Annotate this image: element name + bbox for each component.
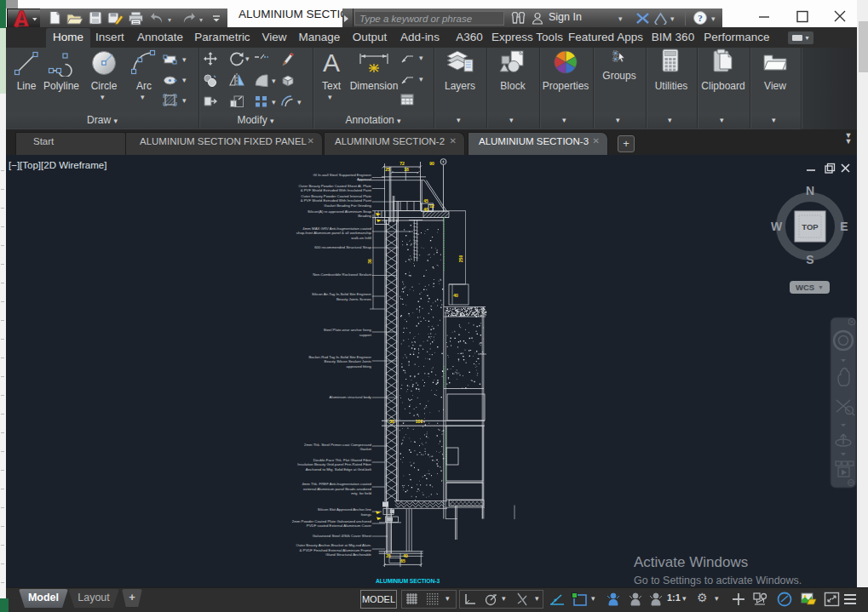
svg-text:Anchored to Mtg. Solid Edge at: Anchored to Mtg. Solid Edge at Grid-belt [306, 467, 372, 472]
svg-text:GI In-wall Steel Supported Eng: GI In-wall Steel Supported Engineer [313, 173, 371, 177]
svg-text:2mm Thk. Steel Primer-coat Com: 2mm Thk. Steel Primer-coat Compressed [304, 443, 372, 447]
svg-text:Steel Plate-wise anchor fixing: Steel Plate-wise anchor fixing [324, 328, 372, 332]
svg-text:shop-front Aluminium panel & a: shop-front Aluminium panel & all workman… [296, 231, 372, 235]
svg-text:Silicon Slot Approved Anchor-l: Silicon Slot Approved Anchor-line [318, 507, 372, 512]
svg-text:Galvanized Steel 4/Silk Cover: Galvanized Steel 4/Silk Cover Sheet [313, 534, 372, 538]
svg-text:Double-Face Thk. Flat Glazed F: Double-Face Thk. Flat Glazed Fiber [313, 458, 372, 462]
svg-text:40: 40 [423, 207, 428, 212]
svg-text:Gasket Beading For Grinding: Gasket Beading For Grinding [324, 203, 371, 208]
svg-text:4mm Thk. FREF Anti-fragmentati: 4mm Thk. FREF Anti-fragmentation coated [302, 482, 371, 486]
svg-text:Insulation Beauty Grid-panel F: Insulation Beauty Grid-panel Fire-Rated … [297, 462, 371, 466]
svg-text:TOP: TOP [802, 222, 819, 232]
svg-text:PVDF coated External Aluminium: PVDF coated External Aluminium Cover [307, 523, 372, 528]
svg-text:12: 12 [429, 203, 434, 209]
svg-text:Gasket: Gasket [359, 447, 371, 451]
svg-text:Silicon Air-Tag In-Solid Site: Silicon Air-Tag In-Solid Site Engineer [312, 292, 372, 296]
svg-text:Beauty Silicon Sealant Joints: Beauty Silicon Sealant Joints [325, 359, 371, 363]
svg-text:& PVF Shield Extruded With Ins: & PVF Shield Extruded With Insulated Pai… [301, 188, 372, 192]
svg-text:65: 65 [400, 558, 405, 563]
svg-text:30: 30 [389, 419, 394, 424]
svg-text:?: ? [698, 13, 703, 23]
svg-text:Silicon(A) re-approved Alumini: Silicon(A) re-approved Aluminium Snap [308, 209, 372, 214]
svg-text:250: 250 [458, 255, 463, 263]
svg-text:support: support [359, 333, 372, 337]
svg-text:Aluminium structural body: Aluminium structural body [330, 395, 372, 399]
svg-text:100: 100 [416, 419, 423, 424]
svg-text:mtg. for field: mtg. for field [351, 491, 371, 495]
svg-text:90: 90 [429, 161, 434, 166]
svg-text:walk-on Infill: walk-on Infill [351, 236, 371, 240]
svg-text:ALUMINIUM SECTION-3: ALUMINIUM SECTION-3 [376, 578, 440, 584]
svg-text:Non-Combustible Rockwool Seala: Non-Combustible Rockwool Sealant [313, 272, 372, 277]
svg-text:Backer-Rod Tag In-Solid Site E: Backer-Rod Tag In-Solid Site Engineer [309, 355, 372, 359]
svg-text:4mm MAX GRV Anti-fragmentation: 4mm MAX GRV Anti-fragmentation coated [302, 226, 371, 231]
svg-text:Outer Beauty Anchor-Bracket at: Outer Beauty Anchor-Bracket at Mtg-rod A… [296, 543, 371, 547]
svg-text:600 recommended Structural Str: 600 recommended Structural Strap [314, 245, 371, 249]
svg-text:Gland Structural Anchorable: Gland Structural Anchorable [325, 552, 371, 557]
svg-text:Outer Beauty Powder Coated She: Outer Beauty Powder Coated Sheet Al. Pla… [298, 184, 371, 188]
svg-text:25: 25 [385, 167, 390, 172]
svg-text:& PVF Shield Extruded With Ins: & PVF Shield Extruded With Insulated Pai… [301, 198, 372, 203]
svg-text:Approval: Approval [357, 177, 371, 181]
svg-text:Beauty Joints Screws: Beauty Joints Screws [336, 297, 371, 301]
svg-text:Beading: Beading [358, 214, 371, 218]
svg-text:36: 36 [367, 259, 372, 264]
svg-text:S: S [806, 253, 813, 266]
svg-text:W: W [771, 220, 783, 233]
svg-text:2mm Powder Coated Plate Galvan: 2mm Powder Coated Plate Galvanized ancho… [292, 519, 372, 523]
svg-text:45: 45 [423, 198, 428, 203]
svg-text:E: E [840, 220, 848, 233]
svg-text:Outer Beauty Powder Coated Int: Outer Beauty Powder Coated Internal Plat… [301, 194, 371, 198]
svg-text:18: 18 [404, 167, 409, 172]
svg-text:& PVDF Finished External Alumi: & PVDF Finished External Aluminium Frame [299, 548, 371, 552]
svg-text:72: 72 [400, 161, 405, 166]
svg-text:A: A [323, 49, 340, 77]
svg-text:fixings: fixings [361, 512, 371, 517]
svg-text:approved fitting: approved fitting [347, 364, 372, 369]
svg-text:40: 40 [453, 293, 458, 298]
svg-text:external Aluminium panel Beads: external Aluminium panel Beads anodized [303, 487, 372, 491]
svg-text:25: 25 [386, 553, 391, 558]
svg-text:N: N [806, 184, 814, 197]
